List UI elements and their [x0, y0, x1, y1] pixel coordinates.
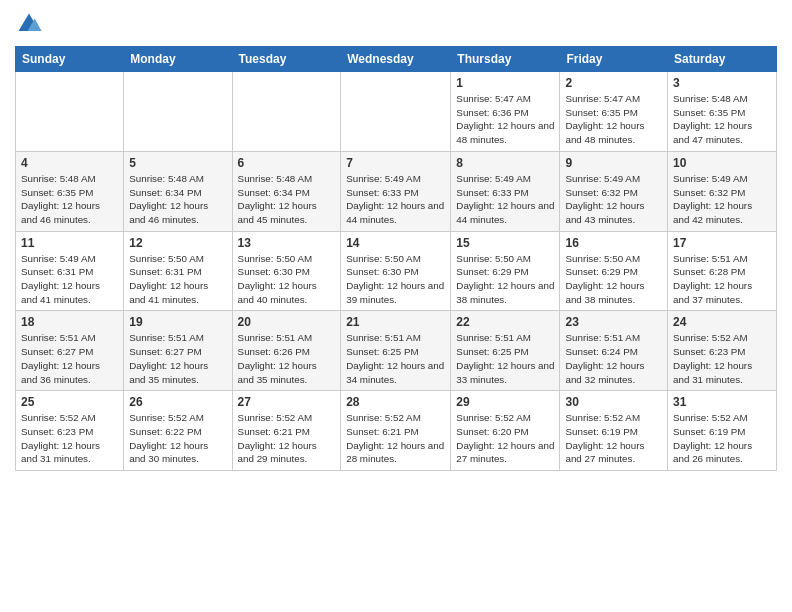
calendar-cell [124, 72, 232, 152]
calendar-cell [232, 72, 341, 152]
day-info: Sunrise: 5:52 AM Sunset: 6:19 PM Dayligh… [565, 411, 662, 466]
calendar-cell: 10Sunrise: 5:49 AM Sunset: 6:32 PM Dayli… [668, 151, 777, 231]
calendar-cell: 9Sunrise: 5:49 AM Sunset: 6:32 PM Daylig… [560, 151, 668, 231]
day-number: 16 [565, 236, 662, 250]
calendar-cell: 1Sunrise: 5:47 AM Sunset: 6:36 PM Daylig… [451, 72, 560, 152]
calendar-cell: 30Sunrise: 5:52 AM Sunset: 6:19 PM Dayli… [560, 391, 668, 471]
day-info: Sunrise: 5:51 AM Sunset: 6:27 PM Dayligh… [129, 331, 226, 386]
day-info: Sunrise: 5:52 AM Sunset: 6:20 PM Dayligh… [456, 411, 554, 466]
calendar-cell: 14Sunrise: 5:50 AM Sunset: 6:30 PM Dayli… [341, 231, 451, 311]
day-info: Sunrise: 5:48 AM Sunset: 6:35 PM Dayligh… [673, 92, 771, 147]
day-info: Sunrise: 5:50 AM Sunset: 6:29 PM Dayligh… [565, 252, 662, 307]
day-info: Sunrise: 5:51 AM Sunset: 6:24 PM Dayligh… [565, 331, 662, 386]
day-number: 23 [565, 315, 662, 329]
week-row-5: 25Sunrise: 5:52 AM Sunset: 6:23 PM Dayli… [16, 391, 777, 471]
day-info: Sunrise: 5:52 AM Sunset: 6:19 PM Dayligh… [673, 411, 771, 466]
calendar-cell: 22Sunrise: 5:51 AM Sunset: 6:25 PM Dayli… [451, 311, 560, 391]
calendar-table: SundayMondayTuesdayWednesdayThursdayFrid… [15, 46, 777, 471]
day-number: 13 [238, 236, 336, 250]
calendar-cell: 5Sunrise: 5:48 AM Sunset: 6:34 PM Daylig… [124, 151, 232, 231]
calendar-cell: 19Sunrise: 5:51 AM Sunset: 6:27 PM Dayli… [124, 311, 232, 391]
logo [15, 10, 47, 38]
calendar-cell: 6Sunrise: 5:48 AM Sunset: 6:34 PM Daylig… [232, 151, 341, 231]
day-info: Sunrise: 5:50 AM Sunset: 6:30 PM Dayligh… [238, 252, 336, 307]
weekday-header-wednesday: Wednesday [341, 47, 451, 72]
day-number: 22 [456, 315, 554, 329]
day-number: 8 [456, 156, 554, 170]
calendar-cell: 17Sunrise: 5:51 AM Sunset: 6:28 PM Dayli… [668, 231, 777, 311]
week-row-4: 18Sunrise: 5:51 AM Sunset: 6:27 PM Dayli… [16, 311, 777, 391]
day-number: 12 [129, 236, 226, 250]
day-number: 19 [129, 315, 226, 329]
calendar-page: SundayMondayTuesdayWednesdayThursdayFrid… [0, 0, 792, 612]
day-number: 4 [21, 156, 118, 170]
calendar-cell [16, 72, 124, 152]
week-row-3: 11Sunrise: 5:49 AM Sunset: 6:31 PM Dayli… [16, 231, 777, 311]
day-info: Sunrise: 5:51 AM Sunset: 6:25 PM Dayligh… [456, 331, 554, 386]
day-number: 14 [346, 236, 445, 250]
header [15, 10, 777, 38]
day-info: Sunrise: 5:49 AM Sunset: 6:31 PM Dayligh… [21, 252, 118, 307]
day-number: 10 [673, 156, 771, 170]
calendar-cell: 8Sunrise: 5:49 AM Sunset: 6:33 PM Daylig… [451, 151, 560, 231]
day-info: Sunrise: 5:48 AM Sunset: 6:34 PM Dayligh… [129, 172, 226, 227]
day-info: Sunrise: 5:51 AM Sunset: 6:27 PM Dayligh… [21, 331, 118, 386]
day-info: Sunrise: 5:52 AM Sunset: 6:21 PM Dayligh… [346, 411, 445, 466]
day-info: Sunrise: 5:50 AM Sunset: 6:31 PM Dayligh… [129, 252, 226, 307]
day-number: 9 [565, 156, 662, 170]
day-number: 11 [21, 236, 118, 250]
calendar-cell: 28Sunrise: 5:52 AM Sunset: 6:21 PM Dayli… [341, 391, 451, 471]
day-info: Sunrise: 5:50 AM Sunset: 6:30 PM Dayligh… [346, 252, 445, 307]
day-number: 1 [456, 76, 554, 90]
calendar-cell: 4Sunrise: 5:48 AM Sunset: 6:35 PM Daylig… [16, 151, 124, 231]
day-info: Sunrise: 5:48 AM Sunset: 6:34 PM Dayligh… [238, 172, 336, 227]
week-row-1: 1Sunrise: 5:47 AM Sunset: 6:36 PM Daylig… [16, 72, 777, 152]
calendar-cell: 2Sunrise: 5:47 AM Sunset: 6:35 PM Daylig… [560, 72, 668, 152]
calendar-cell: 31Sunrise: 5:52 AM Sunset: 6:19 PM Dayli… [668, 391, 777, 471]
day-info: Sunrise: 5:52 AM Sunset: 6:23 PM Dayligh… [673, 331, 771, 386]
calendar-cell: 7Sunrise: 5:49 AM Sunset: 6:33 PM Daylig… [341, 151, 451, 231]
day-number: 5 [129, 156, 226, 170]
day-info: Sunrise: 5:49 AM Sunset: 6:33 PM Dayligh… [456, 172, 554, 227]
calendar-cell: 3Sunrise: 5:48 AM Sunset: 6:35 PM Daylig… [668, 72, 777, 152]
day-info: Sunrise: 5:47 AM Sunset: 6:35 PM Dayligh… [565, 92, 662, 147]
day-number: 29 [456, 395, 554, 409]
calendar-cell: 20Sunrise: 5:51 AM Sunset: 6:26 PM Dayli… [232, 311, 341, 391]
weekday-header-row: SundayMondayTuesdayWednesdayThursdayFrid… [16, 47, 777, 72]
calendar-cell: 15Sunrise: 5:50 AM Sunset: 6:29 PM Dayli… [451, 231, 560, 311]
weekday-header-friday: Friday [560, 47, 668, 72]
day-number: 30 [565, 395, 662, 409]
logo-icon [15, 10, 43, 38]
day-info: Sunrise: 5:52 AM Sunset: 6:21 PM Dayligh… [238, 411, 336, 466]
day-number: 15 [456, 236, 554, 250]
day-number: 26 [129, 395, 226, 409]
day-info: Sunrise: 5:49 AM Sunset: 6:33 PM Dayligh… [346, 172, 445, 227]
day-number: 20 [238, 315, 336, 329]
weekday-header-thursday: Thursday [451, 47, 560, 72]
weekday-header-monday: Monday [124, 47, 232, 72]
day-info: Sunrise: 5:51 AM Sunset: 6:26 PM Dayligh… [238, 331, 336, 386]
day-info: Sunrise: 5:52 AM Sunset: 6:23 PM Dayligh… [21, 411, 118, 466]
day-number: 18 [21, 315, 118, 329]
calendar-cell: 11Sunrise: 5:49 AM Sunset: 6:31 PM Dayli… [16, 231, 124, 311]
day-info: Sunrise: 5:51 AM Sunset: 6:28 PM Dayligh… [673, 252, 771, 307]
week-row-2: 4Sunrise: 5:48 AM Sunset: 6:35 PM Daylig… [16, 151, 777, 231]
day-number: 2 [565, 76, 662, 90]
weekday-header-saturday: Saturday [668, 47, 777, 72]
calendar-cell: 18Sunrise: 5:51 AM Sunset: 6:27 PM Dayli… [16, 311, 124, 391]
calendar-cell: 29Sunrise: 5:52 AM Sunset: 6:20 PM Dayli… [451, 391, 560, 471]
calendar-cell: 25Sunrise: 5:52 AM Sunset: 6:23 PM Dayli… [16, 391, 124, 471]
calendar-cell: 26Sunrise: 5:52 AM Sunset: 6:22 PM Dayli… [124, 391, 232, 471]
day-info: Sunrise: 5:49 AM Sunset: 6:32 PM Dayligh… [565, 172, 662, 227]
day-number: 25 [21, 395, 118, 409]
calendar-cell: 13Sunrise: 5:50 AM Sunset: 6:30 PM Dayli… [232, 231, 341, 311]
day-info: Sunrise: 5:51 AM Sunset: 6:25 PM Dayligh… [346, 331, 445, 386]
day-number: 3 [673, 76, 771, 90]
day-number: 27 [238, 395, 336, 409]
calendar-cell: 27Sunrise: 5:52 AM Sunset: 6:21 PM Dayli… [232, 391, 341, 471]
day-number: 17 [673, 236, 771, 250]
calendar-cell: 12Sunrise: 5:50 AM Sunset: 6:31 PM Dayli… [124, 231, 232, 311]
calendar-cell: 24Sunrise: 5:52 AM Sunset: 6:23 PM Dayli… [668, 311, 777, 391]
day-number: 31 [673, 395, 771, 409]
day-info: Sunrise: 5:52 AM Sunset: 6:22 PM Dayligh… [129, 411, 226, 466]
